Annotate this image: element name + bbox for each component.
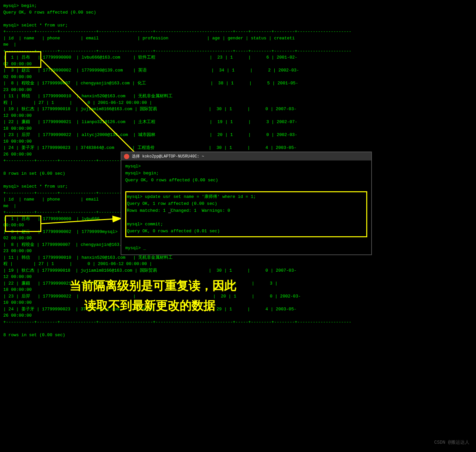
row-19a: | 19 | 狄仁杰 | 17799990018 | jujiamlm8166@… [3, 106, 473, 113]
line-select-1: mysql> select * from usr; [3, 22, 473, 29]
ov-line-commit-ok: Query OK, 0 rows affected (0.01 sec) [127, 228, 366, 235]
overlay-titlebar: 选择 koko2pp@LAPTOP-NU5RU40C: ~ [121, 152, 371, 160]
row-23b: 10 00:00:00 [3, 138, 473, 145]
line-header-cont: me | [3, 41, 473, 48]
overlay-icon [124, 154, 129, 159]
ov-line-prompt: mysql> _ [125, 245, 367, 252]
line-empty-1 [3, 16, 473, 22]
ov-line-commit: mysql> commit; [127, 221, 366, 228]
line-separator-2: +-----------+--------+--------------+---… [3, 48, 473, 55]
line-begin: mysql> begin; [3, 3, 473, 9]
row-11b: 程 | | 27 | 1 | 0 | 2001-06-12 00:00:00 | [3, 100, 473, 106]
line-separator-6: +-----------+--------+--------------+---… [3, 319, 473, 326]
row-3a: | 3 | 赵云 | 17799990002 | 17799990@139.co… [3, 67, 473, 74]
line-separator-1: +-----------+--------+--------------+---… [3, 28, 473, 35]
ov-line-empty2 [127, 214, 366, 221]
ov-line-query-ok: Query OK, 1 row affected (0.00 sec) [127, 201, 366, 207]
ov-line-empty [125, 184, 367, 191]
row-8a: | 8 | 程咬金 | 17799990007 | chengyaojin@16… [3, 80, 473, 87]
line-header: | id | name | phone | email | profession… [3, 35, 473, 42]
row-8b: 23 00:00:00 [3, 87, 473, 93]
row-24a: | 24 | 姜子牙 | 17799990023 | 37483844@.com… [3, 145, 473, 151]
row-b24a: | 24 | 姜子牙 | 17799990023 | 37483844@qq.c… [3, 306, 473, 313]
terminal-window: mysql> begin; Query OK, 0 rows affected … [0, 0, 476, 452]
line-query-ok-1: Query OK, 0 rows affected (0.00 sec) [3, 9, 473, 16]
ov-line-2: mysql> begin; [125, 170, 367, 177]
overlay-title: 选择 koko2pp@LAPTOP-NU5RU40C: ~ [132, 154, 204, 159]
ov-line-1: mysql> [125, 163, 367, 170]
line-empty-4 [3, 325, 473, 332]
ov-line-empty3 [125, 238, 367, 245]
row-22b: 18 00:00:00 [3, 125, 473, 132]
ov-line-3: Query OK, 0 rows affected (0.00 sec) [125, 177, 367, 184]
row-11a: | 11 | 韩信 | 17799990010 | hanxin520@163.… [3, 93, 473, 100]
ov-line-update: mysql> update usr set name = '康师傅' where… [127, 194, 366, 201]
row-22a: | 22 | 廉颇 | 17799990021 | lianpo321@126.… [3, 119, 473, 125]
overlay-content: mysql> mysql> begin; Query OK, 0 rows af… [121, 160, 371, 254]
overlay-terminal[interactable]: 选择 koko2pp@LAPTOP-NU5RU40C: ~ mysql> mys… [121, 152, 372, 255]
watermark: CSDN @搬运达人 [434, 439, 469, 445]
row-b19a: | 19 | 狄仁杰 | 17799990018 | jujiamlm8166@… [3, 267, 473, 274]
row-3b: 02 00:00:00 [3, 74, 473, 80]
line-rows-2: 8 rows in set (0.00 sec) [3, 332, 473, 339]
row-b24b: 26 00:00:00 [3, 312, 473, 319]
ov-line-rows-matched: Rows matched: 1 █Changed: 1 Warnings: 0 [127, 207, 366, 214]
row-1a: | 1 | 吕布 | 17799990000 | lvbu666@163.com… [3, 54, 473, 61]
annotation-text-2: 读取不到最新更改的数据 [84, 298, 215, 314]
row-1b: 02 00:00:00 [3, 61, 473, 68]
row-19b: 12 00:00:00 [3, 113, 473, 119]
row-b11a: | 11 | 韩信 | 17799990010 | hanxin520@163.… [3, 254, 473, 261]
annotation-text-1: 当前隔离级别是可重复读，因此 [69, 278, 236, 294]
row-b11b: 程 | | 27 | 1 | 0 | 2001-06-12 00:00:00 | [3, 261, 473, 267]
row-23a: | 23 | 后羿 | 17799990022 | altycj2000@139… [3, 132, 473, 138]
row-b23b: 10 00:00:00 [3, 299, 473, 306]
